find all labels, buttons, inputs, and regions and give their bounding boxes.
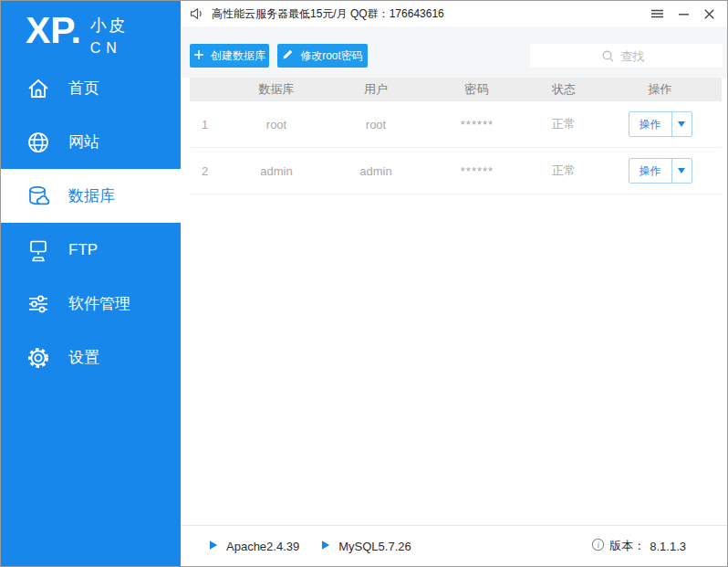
window-controls — [650, 1, 716, 26]
row-status: 正常 — [529, 163, 598, 179]
sidebar-item-label: FTP — [68, 241, 98, 259]
service-mysql[interactable]: MySQL5.7.26 — [320, 540, 411, 553]
logo-main-text: XP. — [26, 10, 81, 51]
database-icon — [26, 184, 51, 209]
sidebar: XP. 小皮 CN 首页 — [1, 1, 181, 566]
database-table: 1 root root ****** 正常 操作 2 admin adm — [190, 101, 722, 194]
table-header-user: 用户 — [327, 81, 425, 98]
row-password: ****** — [425, 118, 529, 131]
gear-icon — [26, 345, 51, 371]
svg-text:i: i — [598, 541, 600, 550]
row-action-label: 操作 — [629, 112, 671, 136]
row-action-button[interactable]: 操作 — [629, 158, 692, 184]
row-action-label: 操作 — [629, 159, 671, 183]
row-user: admin — [327, 164, 425, 178]
table-header-row: 数据库 用户 密码 状态 操作 — [190, 78, 722, 101]
version-value: 8.1.1.3 — [650, 540, 686, 553]
service-apache-label: Apache2.4.39 — [226, 540, 299, 553]
row-database: root — [226, 118, 327, 131]
logo-sub-top: 小皮 — [90, 15, 127, 37]
row-user: root — [327, 118, 425, 131]
play-icon — [208, 540, 219, 553]
version-info: i 版本： 8.1.1.3 — [591, 538, 686, 554]
table-row: 2 admin admin ****** 正常 操作 — [190, 148, 722, 194]
search-input[interactable] — [530, 44, 723, 68]
toolbar: 创建数据库 修改root密码 — [181, 26, 727, 78]
info-icon: i — [591, 538, 605, 554]
titlebar: 高性能云服务器最低15元/月 QQ群：176643616 — [181, 1, 727, 26]
sidebar-item-label: 设置 — [68, 347, 99, 368]
create-database-label: 创建数据库 — [211, 48, 265, 64]
row-database: admin — [226, 164, 327, 178]
sidebar-item-label: 网站 — [68, 131, 99, 152]
sidebar-item-label: 软件管理 — [68, 293, 130, 314]
create-database-button[interactable]: 创建数据库 — [190, 44, 269, 68]
globe-icon — [26, 130, 51, 155]
sidebar-item-ftp[interactable]: FTP — [1, 223, 181, 277]
sidebar-item-label: 首页 — [68, 78, 99, 99]
status-bar: Apache2.4.39 MySQL5.7.26 i 版本： 8.1.1.3 — [181, 525, 727, 566]
sidebar-item-settings[interactable]: 设置 — [1, 331, 181, 384]
sidebar-menu: 首页 网站 — [1, 61, 181, 384]
logo-subtext: 小皮 CN — [81, 10, 127, 57]
pencil-icon — [282, 48, 294, 63]
sidebar-item-database[interactable]: 数据库 — [1, 169, 181, 223]
chevron-down-icon — [678, 121, 685, 127]
speaker-icon — [189, 6, 203, 21]
table-header-status: 状态 — [529, 81, 598, 98]
modify-root-password-label: 修改root密码 — [300, 48, 363, 64]
minimize-icon[interactable] — [677, 7, 691, 21]
search-icon — [601, 49, 615, 63]
row-index: 1 — [190, 118, 226, 131]
row-action-button[interactable]: 操作 — [629, 111, 692, 137]
play-icon — [320, 540, 331, 553]
menu-icon[interactable] — [650, 6, 665, 21]
sidebar-item-website[interactable]: 网站 — [1, 115, 181, 169]
plus-icon — [193, 49, 204, 63]
search-box — [530, 44, 723, 68]
sidebar-item-software[interactable]: 软件管理 — [1, 277, 181, 331]
table-header-password: 密码 — [425, 81, 529, 98]
service-apache[interactable]: Apache2.4.39 — [208, 540, 299, 553]
modify-root-password-button[interactable]: 修改root密码 — [277, 44, 368, 68]
row-password: ****** — [425, 164, 529, 178]
table-header-database: 数据库 — [226, 81, 327, 98]
service-mysql-label: MySQL5.7.26 — [338, 540, 411, 553]
announcement-text: 高性能云服务器最低15元/月 QQ群：176643616 — [212, 6, 444, 22]
row-index: 2 — [190, 164, 226, 178]
version-label: 版本： — [609, 538, 645, 554]
logo-sub-bottom: CN — [90, 40, 127, 57]
app-logo: XP. 小皮 CN — [1, 1, 181, 57]
row-action-dropdown[interactable] — [671, 112, 692, 136]
sidebar-item-home[interactable]: 首页 — [1, 61, 181, 115]
home-icon — [26, 76, 51, 101]
table-header-action: 操作 — [598, 81, 722, 98]
row-status: 正常 — [529, 116, 598, 132]
table-row: 1 root root ****** 正常 操作 — [190, 101, 722, 148]
main-panel: 高性能云服务器最低15元/月 QQ群：176643616 创建数据库 — [181, 1, 727, 566]
row-action-dropdown[interactable] — [671, 159, 692, 183]
chevron-down-icon — [678, 168, 685, 173]
sidebar-item-label: 数据库 — [68, 185, 115, 206]
network-icon — [26, 237, 51, 263]
close-icon[interactable] — [702, 7, 716, 21]
app-window: XP. 小皮 CN 首页 — [0, 0, 728, 567]
sliders-icon — [26, 291, 51, 317]
